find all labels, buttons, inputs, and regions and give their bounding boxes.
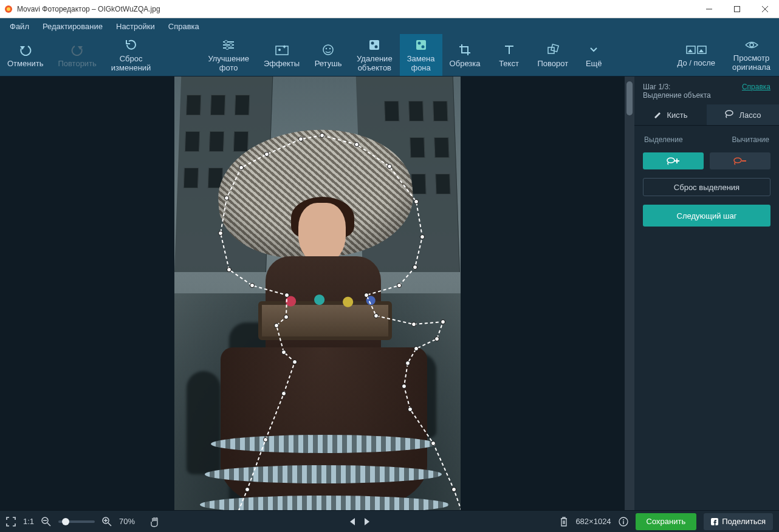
text-button[interactable]: Текст: [488, 34, 530, 76]
toolbar: Отменить Повторить Сбросизменений Улучше…: [0, 34, 779, 77]
minimize-button[interactable]: [695, 0, 723, 18]
remove-objects-button[interactable]: Удалениеобъектов: [349, 34, 400, 76]
lasso-minus-icon: [733, 157, 747, 165]
svg-rect-20: [416, 40, 426, 50]
effects-button[interactable]: Эффекты: [256, 34, 307, 76]
tab-lasso[interactable]: Лассо: [707, 104, 779, 125]
lasso-icon: [724, 110, 734, 120]
svg-rect-26: [698, 46, 706, 53]
svg-point-18: [371, 42, 374, 45]
save-button[interactable]: Сохранить: [636, 513, 697, 530]
svg-rect-12: [276, 46, 288, 55]
retouch-button[interactable]: Ретушь: [307, 34, 349, 76]
chevron-down-icon: [589, 42, 598, 58]
zoom-value: 70%: [119, 517, 135, 526]
svg-point-1: [7, 7, 10, 11]
facebook-icon: [711, 518, 718, 525]
reset-icon: [125, 37, 138, 53]
svg-point-29: [667, 158, 674, 163]
panel-help-link[interactable]: Справка: [742, 83, 770, 91]
menu-settings[interactable]: Настройки: [110, 21, 161, 32]
share-button[interactable]: Поделиться: [704, 513, 773, 530]
image-dimensions: 682×1024: [575, 517, 611, 526]
rotate-button[interactable]: Поворот: [530, 34, 576, 76]
svg-line-35: [47, 523, 50, 526]
menu-edit[interactable]: Редактирование: [36, 21, 109, 32]
view-original-button[interactable]: Просмотроригинала: [724, 34, 779, 76]
side-panel: Шаг 1/3: Выделение объекта Справка Кисть…: [634, 77, 779, 510]
reset-selection-button[interactable]: Сброс выделения: [643, 178, 770, 196]
svg-point-27: [750, 43, 753, 47]
zoom-out-button[interactable]: [41, 517, 51, 527]
brush-icon: [653, 110, 662, 120]
next-button[interactable]: [363, 517, 371, 526]
svg-point-28: [726, 111, 733, 115]
retouch-icon: [321, 42, 335, 58]
window-title: Movavi Фоторедактор – OIGkOtWuZQA.jpg: [17, 5, 160, 13]
svg-rect-17: [369, 40, 379, 50]
fit-label[interactable]: 1:1: [23, 517, 34, 526]
photo: [174, 77, 461, 510]
tab-brush[interactable]: Кисть: [634, 104, 707, 125]
menu-file[interactable]: Файл: [4, 21, 35, 32]
fullscreen-button[interactable]: [6, 517, 16, 527]
menu-help[interactable]: Справка: [162, 21, 205, 32]
reset-changes-button[interactable]: Сбросизменений: [104, 34, 159, 76]
selection-add-button[interactable]: [643, 152, 704, 169]
svg-point-21: [417, 42, 420, 45]
mode-select-label: Выделение: [644, 135, 683, 144]
next-step-button[interactable]: Следующий шаг: [643, 205, 770, 227]
before-after-icon: [686, 43, 707, 56]
effects-icon: [275, 42, 289, 58]
change-bg-icon: [415, 37, 427, 53]
change-background-button[interactable]: Заменафона: [400, 34, 442, 76]
text-icon: [504, 42, 515, 58]
svg-point-22: [421, 46, 424, 49]
undo-icon: [19, 42, 32, 58]
enhance-button[interactable]: Улучшениефото: [201, 34, 256, 76]
step-title: Выделение объекта: [643, 91, 711, 100]
svg-point-16: [329, 47, 331, 49]
rotate-icon: [546, 42, 560, 58]
vertical-scrollbar[interactable]: [625, 77, 634, 510]
canvas[interactable]: [0, 77, 634, 510]
undo-button[interactable]: Отменить: [0, 34, 50, 76]
svg-rect-25: [687, 46, 695, 53]
remove-objects-icon: [368, 37, 380, 53]
crop-icon: [459, 42, 471, 58]
lasso-plus-icon: [666, 157, 681, 165]
titlebar: Movavi Фоторедактор – OIGkOtWuZQA.jpg: [0, 0, 779, 18]
svg-point-13: [278, 49, 281, 51]
svg-rect-24: [551, 44, 558, 51]
prev-button[interactable]: [349, 517, 356, 526]
svg-point-19: [375, 46, 378, 49]
svg-point-14: [323, 45, 333, 55]
zoom-slider[interactable]: [58, 520, 95, 523]
before-after-button[interactable]: До / после: [668, 34, 724, 76]
enhance-icon: [221, 37, 236, 53]
svg-point-9: [225, 41, 228, 44]
svg-line-38: [108, 523, 111, 526]
lasso-selection: [174, 77, 461, 510]
svg-point-10: [230, 44, 233, 47]
svg-point-32: [734, 158, 741, 163]
svg-point-15: [326, 47, 327, 49]
zoom-in-button[interactable]: [102, 517, 112, 527]
selection-subtract-button[interactable]: [710, 152, 770, 169]
hand-tool-button[interactable]: [149, 516, 159, 527]
more-button[interactable]: Ещё: [575, 34, 612, 76]
redo-button[interactable]: Повторить: [50, 34, 103, 76]
svg-rect-3: [735, 6, 740, 12]
delete-button[interactable]: [560, 517, 568, 527]
main-area: Шаг 1/3: Выделение объекта Справка Кисть…: [0, 77, 779, 510]
crop-button[interactable]: Обрезка: [442, 34, 488, 76]
menubar: Файл Редактирование Настройки Справка: [0, 18, 779, 34]
maximize-button[interactable]: [723, 0, 751, 18]
statusbar: 1:1 70% 682×1024 Сохранить Поделиться: [0, 510, 779, 532]
redo-icon: [70, 42, 84, 58]
close-button[interactable]: [751, 0, 779, 18]
info-button[interactable]: [619, 517, 628, 527]
svg-point-42: [623, 519, 624, 520]
eye-icon: [745, 38, 758, 52]
mode-subtract-label: Вычитание: [732, 135, 769, 144]
